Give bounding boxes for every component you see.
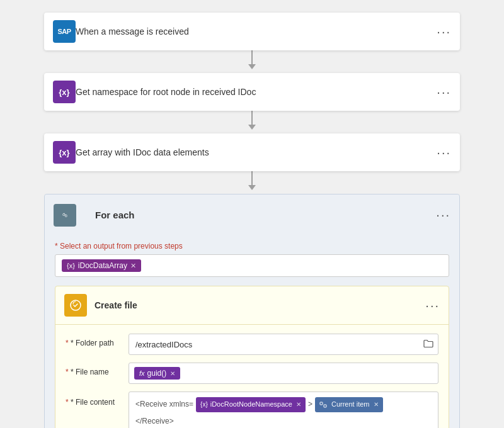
xmlns-tag-close[interactable]: ✕ xyxy=(296,399,301,410)
tag-close-button[interactable]: ✕ xyxy=(130,262,136,270)
arrow-head-2 xyxy=(248,125,256,130)
xml-close-tag: </Receive> xyxy=(135,415,174,428)
foreach-more-button[interactable]: ··· xyxy=(436,208,450,222)
step-3-more-button[interactable]: ··· xyxy=(437,145,451,160)
foreach-icon xyxy=(54,204,76,227)
arrow-2 xyxy=(248,111,256,133)
foreach-label: For each xyxy=(86,202,436,228)
foreach-header: For each ··· xyxy=(45,194,459,235)
xml-gt: > xyxy=(308,398,312,412)
file-content-value: <Receive xmlns= {x} iDocRootNodeNamespac… xyxy=(129,391,438,428)
current-item-close[interactable]: ✕ xyxy=(374,399,379,410)
current-item-icon-tag: Current item ✕ xyxy=(315,397,383,412)
sap-icon: SAP xyxy=(53,20,76,43)
svg-rect-1 xyxy=(65,215,67,217)
guid-label: guid() xyxy=(147,369,167,378)
create-file-header: Create file ··· xyxy=(55,286,449,325)
create-file-label: Create file xyxy=(94,300,425,310)
svg-rect-3 xyxy=(320,402,323,405)
required-star-3: * xyxy=(66,398,69,407)
expression-icon-3: {x} xyxy=(53,141,76,164)
file-content-row: * * File content <Receive xmlns= {x} iDo… xyxy=(66,391,438,428)
create-file-body: * * Folder path /extractedIDocs xyxy=(55,325,449,428)
arrow-3 xyxy=(248,171,256,194)
select-output-label: * Select an output from previous steps xyxy=(55,242,449,251)
required-star-1: * xyxy=(66,339,69,347)
required-star-2: * xyxy=(66,368,69,376)
fx-icon: fx xyxy=(139,369,145,377)
file-name-row: * * File name fx guid() ✕ xyxy=(66,363,438,384)
arrow-1 xyxy=(248,50,256,73)
folder-browse-button[interactable] xyxy=(423,339,433,350)
arrow-line-2 xyxy=(251,111,253,125)
folder-path-text: /extractedIDocs xyxy=(135,340,192,349)
file-name-label: * * File name xyxy=(66,363,129,376)
guid-tag: fx guid() ✕ xyxy=(134,367,180,380)
xml-prefix: <Receive xmlns= xyxy=(135,398,193,412)
create-file-card: Create file ··· * * Folder path xyxy=(55,286,449,428)
tag-label: iDocDataArray xyxy=(78,261,127,270)
idoc-data-array-tag: {x} iDocDataArray ✕ xyxy=(62,259,141,272)
arrow-head-3 xyxy=(248,185,256,190)
step-2-label: Get namespace for root node in received … xyxy=(76,87,437,97)
create-file-more-button[interactable]: ··· xyxy=(425,298,440,313)
foreach-container: For each ··· * Select an output from pre… xyxy=(44,194,460,428)
folder-path-label: * * Folder path xyxy=(66,334,129,347)
foreach-body: * Select an output from previous steps {… xyxy=(45,242,459,428)
flow-container: SAP When a message is received ··· {x} G… xyxy=(44,13,460,428)
arrow-line-3 xyxy=(251,171,253,185)
file-content-input[interactable]: <Receive xmlns= {x} iDocRootNodeNamespac… xyxy=(129,391,438,428)
folder-path-row: * * Folder path /extractedIDocs xyxy=(66,334,438,355)
guid-tag-close[interactable]: ✕ xyxy=(170,370,175,377)
current-item-label: Current item xyxy=(331,398,370,411)
step-1-card: SAP When a message is received ··· xyxy=(44,13,460,50)
arrow-line xyxy=(251,50,253,64)
file-content-label-text: * File content xyxy=(71,398,115,407)
content-line-1: <Receive xmlns= {x} iDocRootNodeNamespac… xyxy=(135,397,432,412)
svg-rect-4 xyxy=(324,405,326,407)
step-2-card: {x} Get namespace for root node in recei… xyxy=(44,73,460,111)
expression-icon-2: {x} xyxy=(53,81,76,103)
xmlns-label: iDocRootNodeNamespace xyxy=(210,398,292,411)
step-3-card: {x} Get array with IDoc data elements ··… xyxy=(44,133,460,171)
file-content-label: * * File content xyxy=(66,391,129,407)
step-1-label: When a message is received xyxy=(76,26,437,37)
file-name-input[interactable]: fx guid() ✕ xyxy=(129,363,438,384)
xmlns-brace: {x} xyxy=(200,399,208,410)
tag-icon-brace: {x} xyxy=(67,262,75,269)
step-3-label: Get array with IDoc data elements xyxy=(76,147,437,157)
folder-path-input[interactable]: /extractedIDocs xyxy=(129,334,438,355)
svg-rect-0 xyxy=(63,213,65,215)
step-2-more-button[interactable]: ··· xyxy=(437,85,451,99)
step-1-more-button[interactable]: ··· xyxy=(437,25,451,39)
arrow-head xyxy=(248,64,256,69)
sap-logo: SAP xyxy=(57,28,71,35)
folder-path-input-wrapper: /extractedIDocs xyxy=(129,334,438,355)
folder-path-value: /extractedIDocs xyxy=(129,334,438,355)
select-output-input[interactable]: {x} iDocDataArray ✕ xyxy=(55,254,449,277)
content-line-2: </Receive> xyxy=(135,415,432,428)
create-file-icon xyxy=(64,294,87,317)
file-name-value: fx guid() ✕ xyxy=(129,363,438,384)
xmlns-tag: {x} iDocRootNodeNamespace ✕ xyxy=(196,397,306,412)
